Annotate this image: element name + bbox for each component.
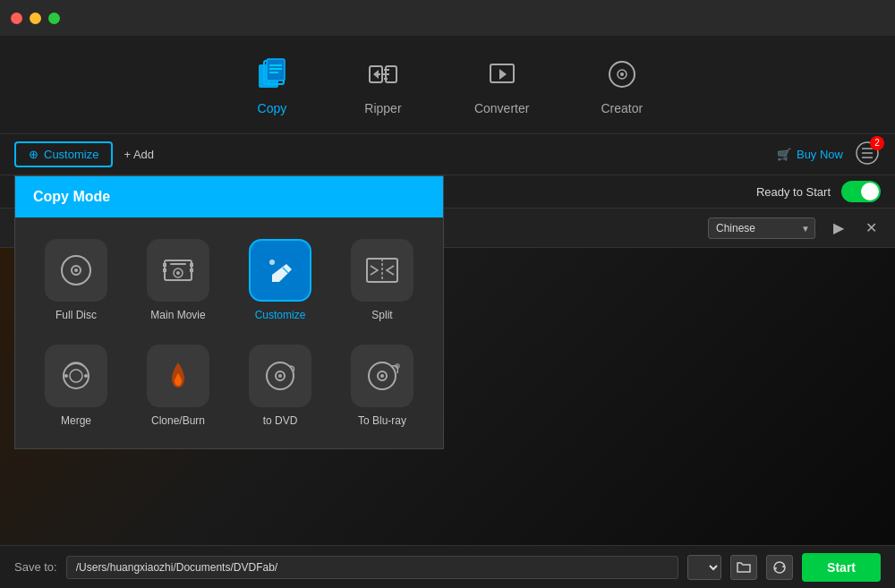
svg-rect-23 — [163, 268, 166, 272]
start-button[interactable]: Start — [802, 553, 881, 582]
ripper-icon — [363, 55, 403, 94]
to-dvd-label: to DVD — [263, 414, 298, 427]
svg-point-27 — [176, 271, 180, 275]
ready-label: Ready to Start — [756, 185, 831, 199]
mode-merge[interactable]: Merge — [30, 337, 123, 434]
svg-rect-24 — [190, 263, 193, 267]
copy-icon — [252, 55, 292, 94]
merge-icon — [45, 345, 107, 407]
nav-item-creator[interactable]: Creator — [601, 55, 643, 115]
minimize-button[interactable] — [30, 13, 41, 24]
maximize-button[interactable] — [48, 13, 60, 24]
mode-to-bluray[interactable]: To Blu-ray — [336, 337, 429, 434]
close-button[interactable] — [11, 13, 22, 24]
path-dropdown[interactable] — [687, 555, 721, 580]
svg-point-40 — [278, 374, 282, 378]
nav-creator-label: Creator — [601, 101, 643, 115]
titlebar — [0, 0, 895, 36]
full-disc-label: Full Disc — [55, 309, 97, 321]
split-icon — [351, 239, 413, 302]
bottom-bar: Save to: Start — [0, 545, 895, 588]
main-movie-icon — [147, 239, 209, 302]
to-bluray-icon — [351, 345, 413, 407]
creator-icon — [602, 55, 642, 94]
clone-burn-icon — [147, 345, 209, 407]
buy-now-button[interactable]: 🛒 Buy Now — [777, 148, 843, 161]
nav-copy-label: Copy — [258, 101, 287, 115]
svg-rect-25 — [190, 268, 193, 272]
mode-grid: Full Disc Main Movie — [15, 217, 443, 448]
main-movie-label: Main Movie — [150, 309, 205, 321]
save-path-input[interactable] — [66, 556, 678, 579]
customize-icon: ⊕ — [29, 148, 38, 161]
mode-to-dvd[interactable]: to DVD — [234, 337, 327, 434]
toggle-knob — [861, 183, 879, 200]
customize-button[interactable]: ⊕ Customize — [14, 141, 113, 167]
mode-clone-burn[interactable]: Clone/Burn — [132, 337, 225, 434]
ready-toggle[interactable] — [841, 181, 881, 202]
folder-button[interactable] — [730, 555, 757, 580]
svg-point-36 — [64, 374, 68, 378]
save-to-label: Save to: — [14, 560, 57, 574]
refresh-button[interactable] — [766, 555, 793, 580]
to-bluray-label: To Blu-ray — [358, 414, 406, 427]
delete-button[interactable]: ✕ — [862, 216, 881, 240]
dropdown-header: Copy Mode — [15, 176, 443, 217]
svg-rect-28 — [170, 263, 186, 265]
language-select[interactable]: Chinese English French Spanish Japanese — [708, 217, 815, 239]
svg-point-20 — [74, 268, 78, 272]
content-area: Ready to Start DTS-HD Master/5.1 Chinese… — [0, 175, 895, 545]
svg-point-13 — [620, 72, 624, 76]
svg-point-44 — [395, 363, 400, 369]
notification-badge: 2 — [870, 136, 884, 150]
split-label: Split — [371, 309, 392, 321]
svg-point-43 — [380, 374, 384, 378]
svg-marker-10 — [499, 69, 507, 80]
toolbar: ⊕ Customize + Add 🛒 Buy Now 2 — [0, 134, 895, 175]
mode-split[interactable]: Split — [336, 232, 429, 328]
clone-burn-label: Clone/Burn — [151, 414, 205, 427]
converter-icon — [482, 55, 522, 94]
list-button[interactable]: 2 — [854, 140, 881, 170]
svg-rect-22 — [163, 263, 166, 267]
svg-point-35 — [70, 370, 82, 382]
merge-label: Merge — [61, 414, 91, 427]
cart-icon: 🛒 — [777, 148, 791, 161]
play-button[interactable]: ▶ — [830, 216, 848, 240]
svg-rect-2 — [267, 59, 285, 81]
nav-item-copy[interactable]: Copy — [252, 55, 292, 115]
nav-converter-label: Converter — [474, 101, 529, 115]
customize-mode-icon — [249, 239, 311, 302]
to-dvd-icon — [249, 345, 311, 407]
language-select-wrapper: Chinese English French Spanish Japanese … — [708, 217, 815, 239]
nav-item-ripper[interactable]: Ripper — [363, 55, 403, 115]
mode-customize[interactable]: Customize — [234, 232, 327, 328]
mode-main-movie[interactable]: Main Movie — [132, 232, 225, 328]
add-button[interactable]: + Add — [124, 148, 154, 161]
svg-point-37 — [84, 374, 88, 378]
customize-mode-label: Customize — [255, 309, 306, 321]
mode-full-disc[interactable]: Full Disc — [30, 232, 123, 328]
copy-mode-dropdown: Copy Mode Full Disc — [14, 175, 444, 449]
full-disc-icon — [45, 239, 107, 302]
nav-ripper-label: Ripper — [364, 101, 401, 115]
svg-point-31 — [269, 260, 275, 265]
nav-item-converter[interactable]: Converter — [474, 55, 529, 115]
top-nav: Copy Ripper Converter — [0, 36, 895, 134]
